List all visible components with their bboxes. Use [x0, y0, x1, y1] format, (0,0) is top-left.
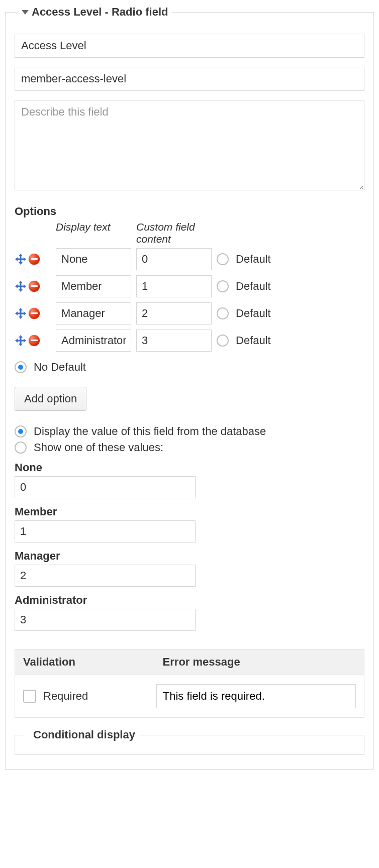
options-column-headers: Display text Custom field content — [15, 221, 364, 245]
show-one-radio[interactable] — [15, 442, 27, 454]
option-default-radio[interactable] — [217, 307, 229, 319]
svg-rect-17 — [17, 313, 24, 314]
field-title-input[interactable] — [15, 34, 364, 58]
option-content-input[interactable] — [136, 248, 212, 270]
remove-icon[interactable] — [29, 335, 40, 346]
svg-rect-23 — [17, 340, 24, 342]
option-content-input[interactable] — [136, 302, 212, 324]
value-input[interactable] — [15, 476, 196, 498]
field-description-textarea[interactable] — [15, 100, 364, 190]
value-label: Member — [15, 505, 364, 518]
options-col-content: Custom field content — [136, 221, 212, 245]
add-option-button[interactable]: Add option — [15, 387, 86, 411]
remove-icon[interactable] — [29, 308, 40, 319]
conditional-display-legend[interactable]: Conditional display — [25, 728, 139, 741]
error-message-input[interactable] — [156, 684, 356, 708]
no-default-radio[interactable] — [15, 361, 27, 373]
option-display-input[interactable] — [56, 248, 131, 270]
conditional-legend-text: Conditional display — [33, 728, 135, 741]
option-display-input[interactable] — [56, 330, 131, 352]
option-row: Default — [15, 302, 364, 324]
option-display-input[interactable] — [56, 302, 131, 324]
option-display-input[interactable] — [56, 275, 131, 297]
option-default-radio[interactable] — [217, 280, 229, 292]
show-one-label: Show one of these values: — [34, 441, 163, 454]
option-row: Default — [15, 248, 364, 270]
remove-icon[interactable] — [29, 281, 40, 292]
move-icon[interactable] — [15, 335, 27, 347]
option-default-label: Default — [236, 280, 364, 293]
field-editor-fieldset: Access Level - Radio field Options Displ… — [5, 12, 374, 770]
conditional-display-fieldset: Conditional display — [15, 735, 364, 755]
fieldset-legend-text: Access Level - Radio field — [32, 6, 168, 19]
options-heading: Options — [15, 205, 364, 218]
option-row: Default — [15, 275, 364, 297]
option-content-input[interactable] — [136, 275, 212, 297]
move-icon[interactable] — [15, 253, 27, 265]
no-default-label: No Default — [34, 361, 86, 374]
display-db-radio[interactable] — [15, 425, 27, 438]
field-slug-input[interactable] — [15, 67, 364, 91]
collapse-toggle-icon[interactable] — [22, 10, 29, 15]
fieldset-legend[interactable]: Access Level - Radio field — [18, 6, 172, 19]
required-checkbox[interactable] — [23, 690, 36, 703]
required-label: Required — [43, 690, 88, 703]
validation-table: Validation Error message Required — [15, 649, 364, 718]
option-default-label: Default — [236, 253, 364, 266]
option-default-label: Default — [236, 307, 364, 320]
display-db-label: Display the value of this field from the… — [34, 425, 266, 438]
remove-icon[interactable] — [29, 254, 40, 265]
value-label: Manager — [15, 550, 364, 563]
value-input[interactable] — [15, 609, 196, 631]
options-col-display: Display text — [56, 221, 131, 245]
value-label: None — [15, 461, 364, 474]
option-default-radio[interactable] — [217, 253, 229, 265]
svg-rect-5 — [17, 259, 24, 260]
move-icon[interactable] — [15, 307, 27, 319]
value-input[interactable] — [15, 565, 196, 587]
option-row: Default — [15, 330, 364, 352]
option-default-label: Default — [236, 334, 364, 347]
error-col-header: Error message — [155, 649, 364, 675]
value-input[interactable] — [15, 520, 196, 542]
svg-rect-11 — [17, 286, 24, 287]
move-icon[interactable] — [15, 280, 27, 292]
option-default-radio[interactable] — [217, 335, 229, 347]
validation-col-header: Validation — [15, 649, 155, 675]
value-label: Administrator — [15, 594, 364, 607]
option-content-input[interactable] — [136, 330, 212, 352]
